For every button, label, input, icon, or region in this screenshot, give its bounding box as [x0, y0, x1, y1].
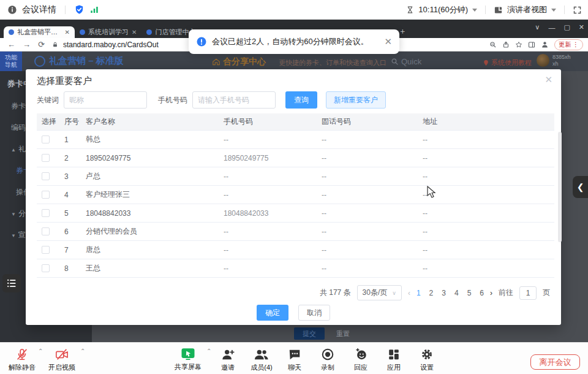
cell-mobile: -- — [224, 259, 321, 277]
page-bottom-actions: 提交 重置 — [0, 325, 588, 342]
timer-dropdown-icon[interactable] — [472, 9, 477, 12]
table-row[interactable]: 1 韩总 -- -- -- — [37, 131, 554, 149]
mute-button[interactable]: 解除静音 — [1, 348, 43, 372]
cell-landline: -- — [322, 241, 422, 259]
table-row[interactable]: 7 唐总 -- -- -- — [37, 241, 554, 259]
tab-search-caret-icon[interactable]: ∨ — [535, 23, 540, 31]
video-options-caret[interactable]: ⌃ — [80, 348, 85, 354]
gear-icon — [420, 348, 434, 361]
tab-2[interactable]: 系统培训学习✕ — [75, 26, 141, 38]
panel-expand-toggle[interactable]: ❮ — [573, 176, 588, 198]
tab-close-icon[interactable]: ✕ — [132, 29, 137, 36]
keyword-input[interactable] — [64, 91, 147, 109]
cell-address: -- — [423, 149, 551, 167]
forward-icon[interactable]: → — [23, 40, 31, 49]
browser-update-button[interactable]: 更新 ⋮ — [554, 39, 583, 50]
video-button[interactable]: 开启视频 — [40, 348, 83, 372]
share-screen-button[interactable]: 共享屏幕 — [167, 348, 209, 372]
promo-text: 更快捷的券卡、订单和快递查询入口 — [279, 58, 386, 67]
refresh-icon[interactable]: ⟳ — [38, 40, 45, 49]
invite-icon — [221, 348, 235, 361]
toast-close-icon[interactable]: ✕ — [384, 36, 392, 47]
page-2[interactable]: 2 — [429, 289, 434, 297]
header-user[interactable]: 8385xh xh — [537, 54, 571, 67]
row-checkbox[interactable] — [42, 264, 50, 272]
caret-down-icon: ▼ — [11, 212, 16, 217]
share-icon[interactable] — [502, 41, 510, 48]
search-button[interactable]: 查询 — [285, 91, 317, 109]
table-row[interactable]: 3 卢总 -- -- -- — [37, 167, 554, 186]
profile-icon[interactable] — [541, 40, 549, 48]
shield-check-icon[interactable] — [74, 4, 85, 15]
maximize-icon[interactable]: ▢ — [564, 23, 570, 31]
tab-1[interactable]: 礼盒营销平台管理中心✕ — [4, 26, 75, 38]
quick-label: Quick — [401, 57, 421, 66]
prev-page-icon[interactable]: ‹ — [408, 289, 410, 297]
confirm-button[interactable]: 确定 — [257, 305, 288, 321]
back-icon[interactable]: ← — [7, 40, 15, 49]
page-4[interactable]: 4 — [454, 289, 459, 297]
settings-button[interactable]: 设置 — [405, 348, 448, 372]
row-checkbox[interactable] — [42, 246, 50, 254]
function-nav-badge[interactable]: 功能 导航 — [0, 52, 22, 71]
tab-close-icon[interactable]: ✕ — [65, 29, 70, 36]
side-panel-icon[interactable] — [528, 41, 535, 48]
row-checkbox[interactable] — [42, 191, 50, 199]
zoom-icon[interactable] — [489, 41, 497, 48]
phone-input[interactable] — [192, 91, 276, 109]
cell-seq: 7 — [64, 241, 85, 259]
select-customer-modal: 选择重要客户 ✕ 关键词 手机号码 查询 新增重要客户 选择 序号 客户名称 手… — [26, 69, 561, 325]
house-icon — [212, 58, 221, 66]
col-landline: 固话号码 — [322, 113, 422, 130]
row-checkbox[interactable] — [42, 154, 50, 162]
table-scrollbar[interactable] — [558, 132, 562, 242]
fullscreen-icon[interactable] — [573, 6, 582, 15]
modal-close-icon[interactable]: ✕ — [545, 74, 552, 85]
col-select: 选择 — [42, 113, 64, 130]
row-checkbox[interactable] — [42, 227, 50, 235]
url-text[interactable]: standard.maboy.cn/CardsOut — [63, 40, 159, 49]
goto-page-input[interactable] — [519, 286, 537, 300]
row-checkbox[interactable] — [42, 172, 50, 180]
cell-seq: 8 — [64, 259, 85, 277]
add-customer-button[interactable]: 新增重要客户 — [326, 91, 386, 109]
view-dropdown-icon[interactable] — [551, 9, 556, 12]
bookmark-star-icon[interactable] — [515, 41, 522, 48]
share-center-link[interactable]: 合分享中心 — [212, 56, 266, 67]
mouse-cursor — [427, 186, 436, 199]
chat-label: 聊天 — [288, 363, 301, 372]
table-row[interactable]: 4 客户经理张三 -- -- -- — [37, 186, 554, 204]
pagination-total: 共 177 条 — [320, 288, 351, 298]
leave-meeting-button[interactable]: 离开会议 — [530, 354, 580, 370]
window-close-icon[interactable]: ✕ — [579, 23, 584, 31]
quick-search[interactable]: Quick — [391, 57, 421, 66]
row-checkbox[interactable] — [42, 135, 50, 143]
table-row[interactable]: 2 18950249775 18950249775 -- -- — [37, 149, 554, 167]
record-label: 录制 — [321, 363, 334, 372]
row-checkbox[interactable] — [42, 209, 50, 217]
network-signal-icon[interactable] — [89, 6, 99, 14]
table-row[interactable]: 6 分销代理的会员 -- -- -- — [37, 223, 554, 241]
page-6[interactable]: 6 — [480, 289, 484, 297]
meeting-info[interactable]: 会议详情 — [0, 4, 99, 15]
minimize-icon[interactable]: — — [548, 24, 555, 31]
info-circle-icon — [196, 36, 207, 47]
floating-list-button[interactable] — [2, 274, 21, 292]
tutorial-link[interactable]: 系统使用教程 — [483, 58, 532, 67]
page-1[interactable]: 1 — [417, 289, 421, 297]
table-header-row: 选择 序号 客户名称 手机号码 固话号码 地址 — [37, 113, 554, 131]
submit-button[interactable]: 提交 — [294, 327, 325, 340]
lock-icon — [52, 41, 58, 48]
page-3[interactable]: 3 — [442, 289, 446, 297]
chevron-left-icon: ❮ — [577, 182, 584, 192]
page-5[interactable]: 5 — [467, 289, 472, 297]
cell-landline: -- — [322, 186, 422, 204]
page-size-select[interactable]: 30条/页∨ — [357, 285, 402, 300]
reset-button[interactable]: 重置 — [331, 327, 355, 340]
table-row[interactable]: 5 18048842033 18048842033 -- -- — [37, 204, 554, 223]
cancel-button[interactable]: 取消 — [298, 305, 330, 321]
next-page-icon[interactable]: › — [490, 289, 492, 297]
list-icon — [6, 278, 17, 288]
new-tab-icon[interactable]: ＋ — [399, 26, 407, 37]
table-row[interactable]: 8 王总 -- -- -- — [37, 259, 554, 278]
